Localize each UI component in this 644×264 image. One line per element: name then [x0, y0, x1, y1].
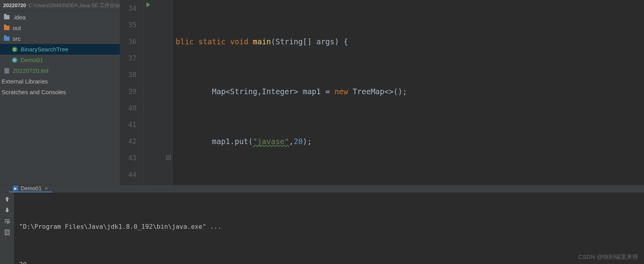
- close-icon[interactable]: ×: [45, 185, 48, 192]
- line-number: 36: [120, 33, 136, 50]
- line-number: 40: [120, 100, 136, 116]
- line-number: 39: [120, 83, 136, 100]
- tree-label: External Libraries: [2, 78, 48, 85]
- code-line: map1.put("javase",20);: [176, 133, 644, 150]
- class-run-icon: C: [11, 57, 18, 63]
- tree-item-src[interactable]: src: [0, 33, 120, 44]
- tree-item-scratches[interactable]: Scratches and Consoles: [0, 87, 120, 97]
- class-icon: C: [11, 46, 18, 53]
- tree-item-idea[interactable]: .idea: [0, 12, 120, 23]
- tree-label: Scratches and Consoles: [2, 89, 66, 95]
- line-number: 44: [120, 166, 136, 183]
- tree-label: BinarySearchTree: [21, 46, 68, 53]
- arrow-up-icon[interactable]: [4, 196, 10, 202]
- scroll-icon[interactable]: [4, 229, 10, 236]
- tree-label: src: [13, 35, 21, 42]
- console-output[interactable]: "D:\Program Files\Java\jdk1.8.0_192\bin\…: [14, 193, 644, 264]
- code-line: map1.put("javaee",13);: [176, 183, 644, 185]
- wrap-icon[interactable]: [4, 218, 10, 224]
- tree-item-iml[interactable]: 20220720.iml: [0, 65, 120, 76]
- breadcrumb-path: C:\Users\28463\IDEA Java SE 工作台\java\202…: [29, 2, 120, 9]
- tree-label: .idea: [13, 14, 26, 21]
- tree-item-external-libraries[interactable]: External Libraries: [0, 76, 120, 87]
- tree-label: 20220720.iml: [13, 67, 48, 74]
- line-number: 43: [120, 150, 136, 166]
- fold-icon[interactable]: −: [166, 155, 171, 160]
- console-panel: ▶ Demo01 × "D:\Program Files\Java\jdk1.8…: [0, 185, 644, 264]
- tree-item-out[interactable]: out: [0, 23, 120, 33]
- tree-label: out: [13, 25, 21, 31]
- code-line: Map<String,Integer> map1 = new TreeMap<>…: [176, 83, 644, 100]
- editor-area: 34 35 36 37 38 39 40 41 42 43 44 − blic …: [120, 0, 644, 185]
- breadcrumb: 20220720 C:\Users\28463\IDEA Java SE 工作台…: [0, 0, 120, 11]
- line-number: 34: [120, 0, 136, 17]
- console-line: 20: [19, 258, 639, 264]
- folder-icon: [3, 14, 10, 21]
- project-sidebar: 20220720 C:\Users\28463\IDEA Java SE 工作台…: [0, 0, 120, 185]
- tree-item-binarysearchtree[interactable]: C BinarySearchTree: [0, 44, 120, 55]
- folder-icon: [3, 36, 10, 42]
- code-line: blic static void main(String[] args) {: [176, 33, 644, 50]
- project-tree: .idea out src C BinarySearchTree C Demo0…: [0, 11, 120, 97]
- line-number: 38: [120, 66, 136, 83]
- line-gutter[interactable]: 34 35 36 37 38 39 40 41 42 43 44: [120, 0, 144, 185]
- console-tabs: ▶ Demo01 ×: [0, 185, 644, 193]
- tree-label: Demo01: [21, 57, 43, 63]
- console-tab-demo01[interactable]: ▶ Demo01 ×: [9, 185, 52, 192]
- line-number: 35: [120, 17, 136, 33]
- run-config-icon: ▶: [13, 186, 18, 191]
- console-command: "D:\Program Files\Java\jdk1.8.0_192\bin\…: [19, 220, 639, 233]
- arrow-down-icon[interactable]: [4, 207, 10, 213]
- gutter-extra: −: [144, 0, 172, 185]
- folder-icon: [3, 25, 10, 31]
- watermark: CSDN @快到锅里来呀: [578, 253, 638, 261]
- run-gutter-icon[interactable]: [146, 2, 150, 7]
- tree-item-demo01[interactable]: C Demo01: [0, 55, 120, 65]
- line-number: 41: [120, 116, 136, 133]
- console-toolbar: [0, 193, 14, 264]
- code-editor[interactable]: blic static void main(String[] args) { M…: [172, 0, 644, 185]
- console-tab-label: Demo01: [21, 185, 42, 192]
- breadcrumb-project: 20220720: [3, 2, 26, 8]
- line-number: 42: [120, 133, 136, 150]
- iml-icon: [3, 68, 10, 74]
- line-number: 37: [120, 50, 136, 66]
